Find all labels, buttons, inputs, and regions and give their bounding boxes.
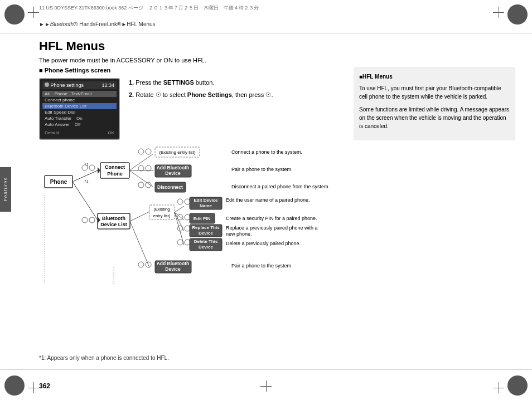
phone-screen-header: Phone settings 12:34 — [42, 81, 117, 89]
phone-screen-tab: All Phone Text/Email — [42, 91, 117, 97]
svg-point-23 — [146, 165, 151, 171]
intro-text: The power mode must be in ACCESSORY or O… — [39, 57, 515, 64]
svg-text:Delete a previously paired pho: Delete a previously paired phone. — [226, 241, 301, 246]
svg-text:Edit PIN: Edit PIN — [194, 216, 211, 221]
svg-text:Bluetooth: Bluetooth — [102, 216, 125, 221]
page-number: 362 — [39, 382, 50, 390]
svg-text:Delete This: Delete This — [194, 239, 218, 244]
svg-text:Connect: Connect — [105, 164, 125, 170]
svg-text:Add Bluetooth: Add Bluetooth — [157, 261, 190, 266]
svg-text:Add Bluetooth: Add Bluetooth — [157, 165, 190, 170]
note-box-para1: To use HFL, you must first pair your Blu… — [359, 84, 510, 101]
svg-text:Device: Device — [165, 266, 181, 272]
svg-text:new phone.: new phone. — [226, 231, 252, 237]
note-box-title: ■HFL Menus — [359, 72, 510, 81]
phone-screen-time: 12:34 — [101, 82, 114, 88]
features-text: Features — [3, 177, 8, 202]
svg-text:Replace This: Replace This — [192, 225, 220, 230]
svg-line-66 — [130, 221, 149, 267]
svg-point-67 — [138, 262, 144, 267]
svg-line-34 — [130, 212, 149, 221]
step1: 1. Press the SETTINGS button. — [129, 78, 273, 88]
svg-text:Replace a previously paired ph: Replace a previously paired phone with a — [226, 225, 318, 231]
svg-text:Device: Device — [199, 245, 213, 250]
phone-screen-btlist: Bluetooth Device List — [42, 103, 117, 109]
page-title: HFL Menus — [39, 39, 515, 53]
note-box-para2: Some functions are limited while driving… — [359, 105, 510, 130]
svg-text:Device List: Device List — [100, 222, 127, 227]
diagram: Phone Connect Phone Bluetooth Device Lis… — [11, 128, 368, 318]
svg-point-16 — [138, 149, 144, 154]
footnote: *1: Appears only when a phone is connect… — [39, 355, 169, 361]
svg-text:Edit Device: Edit Device — [194, 198, 218, 203]
svg-line-3 — [72, 182, 98, 220]
top-bar: 11 US 0DYSSEY-31TK86300.book 362 ページ ２０１… — [0, 0, 532, 33]
svg-point-60 — [177, 240, 183, 245]
section-header-text: Phone Settings screen — [45, 67, 111, 74]
right-column: ■HFL Menus To use HFL, you must first pa… — [354, 67, 515, 140]
svg-text:*1: *1 — [85, 163, 89, 167]
svg-text:Edit the user name of a paired: Edit the user name of a paired phone. — [226, 197, 310, 203]
svg-text:Create a security PIN for a pa: Create a security PIN for a paired phone… — [226, 216, 317, 221]
svg-text:entry list): entry list) — [153, 213, 171, 218]
steps: 1. Press the SETTINGS button. 2. Rotate … — [129, 78, 273, 102]
svg-point-52 — [177, 226, 183, 231]
svg-text:Pair a phone to the system.: Pair a phone to the system. — [231, 167, 293, 172]
step2: 2. Rotate ☉ to select Phone Settings, th… — [129, 90, 273, 100]
svg-point-6 — [89, 165, 95, 170]
svg-text:Disconnect a paired phone from: Disconnect a paired phone from the syste… — [231, 184, 330, 189]
svg-point-29 — [138, 182, 144, 188]
phone-screen-transfer: Auto Transfer On — [42, 115, 117, 121]
bottom-bar: 362 — [0, 369, 532, 400]
svg-text:Name: Name — [200, 203, 212, 208]
svg-line-38 — [175, 206, 184, 212]
breadcrumb-text: ►►Bluetooth® HandsFreeLink®►HFL Menus — [39, 21, 156, 27]
breadcrumb: ►►Bluetooth® HandsFreeLink®►HFL Menus — [39, 21, 156, 27]
features-label: Features — [0, 167, 11, 212]
file-info: 11 US 0DYSSEY-31TK86300.book 362 ページ ２０１… — [39, 4, 259, 12]
svg-point-39 — [177, 199, 183, 204]
svg-text:Phone: Phone — [107, 171, 123, 177]
svg-text:(Existing entry list): (Existing entry list) — [159, 150, 196, 155]
svg-point-10 — [82, 217, 88, 223]
note-box: ■HFL Menus To use HFL, you must first pa… — [354, 67, 515, 140]
phone-screen-speeddial: Edit Speed Dial — [42, 109, 117, 115]
phone-screen-dot: Phone settings — [45, 82, 84, 88]
svg-text:Device: Device — [199, 231, 213, 236]
svg-line-15 — [129, 154, 153, 170]
phone-screen-answer: Auto Answer Off — [42, 121, 117, 128]
svg-text:Disconnect: Disconnect — [157, 184, 183, 190]
svg-point-11 — [89, 217, 95, 223]
svg-text:*1: *1 — [85, 179, 89, 183]
svg-point-17 — [146, 149, 151, 154]
phone-screen-connect: Connect phone — [42, 97, 117, 103]
svg-text:(Existing: (Existing — [154, 207, 170, 212]
section-header: Phone Settings screen — [39, 67, 307, 74]
svg-text:Device: Device — [165, 170, 181, 176]
phone-node-label: Phone — [50, 179, 67, 185]
svg-point-22 — [138, 165, 144, 171]
svg-line-28 — [129, 170, 153, 187]
svg-text:Connect a phone to the system.: Connect a phone to the system. — [231, 149, 302, 155]
svg-text:Pair a phone to the system.: Pair a phone to the system. — [231, 263, 293, 269]
bottom-center-cross — [260, 381, 272, 392]
